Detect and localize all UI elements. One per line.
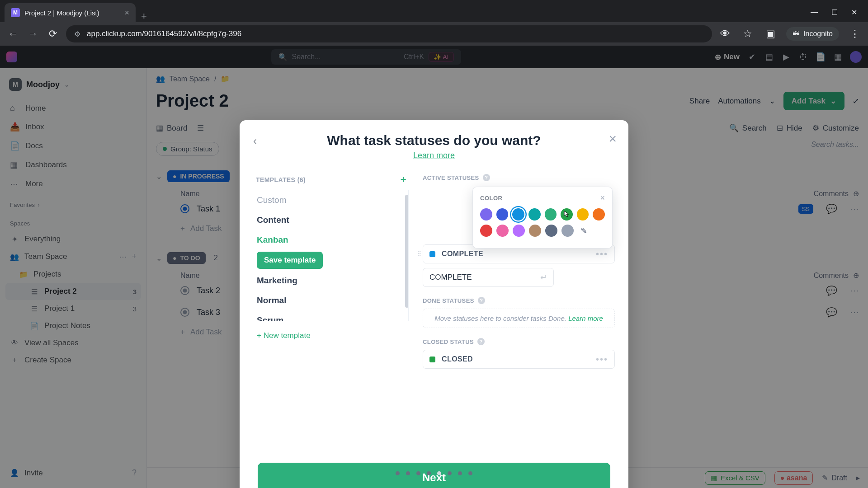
- new-tab-button[interactable]: +: [136, 10, 152, 22]
- template-item-scrum[interactable]: Scrum: [253, 310, 404, 321]
- done-drop-zone[interactable]: Move statuses here to consider tasks Don…: [423, 309, 615, 328]
- learn-more-link[interactable]: Learn more: [413, 151, 455, 160]
- eye-off-icon[interactable]: 👁: [718, 28, 732, 40]
- status-name: COMPLETE: [442, 250, 483, 258]
- pager-dot[interactable]: [406, 471, 410, 475]
- new-status-input-row: ↵: [423, 268, 554, 287]
- pager-dot[interactable]: [427, 471, 431, 475]
- pager-dot[interactable]: [437, 471, 441, 475]
- pager-dot[interactable]: [458, 471, 462, 475]
- status-more-icon[interactable]: •••: [596, 354, 608, 365]
- color-swatch[interactable]: [593, 208, 605, 221]
- reload-icon[interactable]: ⟳: [46, 28, 60, 40]
- drag-handle-icon[interactable]: ⠿: [417, 250, 420, 258]
- template-item-normal[interactable]: Normal: [253, 291, 404, 310]
- site-settings-icon[interactable]: ⚙: [74, 30, 80, 38]
- scrollbar-handle[interactable]: [405, 195, 409, 308]
- done-learn-more-link[interactable]: Learn more: [568, 314, 603, 322]
- next-button[interactable]: Next: [258, 463, 610, 488]
- color-swatch[interactable]: [480, 225, 492, 237]
- forward-icon[interactable]: →: [26, 28, 40, 40]
- pager-dot[interactable]: [448, 471, 452, 475]
- color-swatch[interactable]: [545, 225, 557, 237]
- color-swatch[interactable]: [529, 225, 541, 237]
- incognito-label: Incognito: [803, 30, 833, 38]
- color-swatch-row: ✎: [480, 225, 605, 237]
- app-window: 🔍 Search... Ctrl+K ✨ AI ⊕New ✔ ▤ ▶ ⏱ 📄 ▦…: [0, 46, 868, 488]
- templates-column: TEMPLATES (6) + Custom Content Kanban Sa…: [253, 174, 409, 458]
- back-button[interactable]: ‹: [253, 135, 257, 147]
- incognito-icon: 🕶: [793, 30, 800, 38]
- close-icon[interactable]: ×: [609, 131, 617, 146]
- color-label: COLOR: [480, 195, 502, 202]
- url-field[interactable]: ⚙ app.clickup.com/9016164592/v/l/8cpfg7g…: [66, 25, 712, 42]
- window-controls: — ☐ ✕: [811, 8, 863, 22]
- incognito-badge: 🕶 Incognito: [786, 27, 839, 41]
- status-item-closed[interactable]: CLOSED •••: [423, 350, 615, 369]
- save-template-button[interactable]: Save template: [257, 252, 323, 269]
- status-more-icon[interactable]: •••: [596, 249, 608, 259]
- back-icon[interactable]: ←: [6, 28, 20, 40]
- url-text: app.clickup.com/9016164592/v/l/8cpfg7g-3…: [87, 29, 241, 38]
- pager-dot[interactable]: [396, 471, 400, 475]
- maximize-icon[interactable]: ☐: [831, 8, 838, 17]
- color-swatch[interactable]: [496, 225, 509, 237]
- templates-list: Custom Content Kanban Save template Mark…: [253, 190, 409, 321]
- status-color-dot[interactable]: [429, 251, 435, 257]
- bookmark-icon[interactable]: ☆: [741, 28, 755, 40]
- color-swatch[interactable]: [577, 208, 589, 221]
- new-template-link[interactable]: + New template: [253, 321, 409, 350]
- color-picker-popover: COLOR × ✎: [472, 187, 613, 249]
- pager-dot[interactable]: [468, 471, 472, 475]
- new-status-input[interactable]: [429, 273, 535, 282]
- close-window-icon[interactable]: ✕: [851, 8, 857, 17]
- active-statuses-heading: ACTIVE STATUSES?: [423, 174, 615, 181]
- color-swatch[interactable]: [561, 208, 573, 221]
- close-color-picker-icon[interactable]: ×: [600, 193, 605, 203]
- status-wizard-modal: ‹ What task statuses do you want? Learn …: [240, 120, 628, 488]
- tab-favicon: M: [11, 8, 20, 17]
- help-icon[interactable]: ?: [477, 338, 485, 345]
- browser-tab-strip: M Project 2 | Moodjoy (List) × + — ☐ ✕: [0, 0, 868, 22]
- wizard-pager: [396, 471, 472, 475]
- kebab-icon[interactable]: ⋮: [848, 28, 862, 40]
- template-item-marketing[interactable]: Marketing: [253, 271, 404, 291]
- color-swatch[interactable]: [513, 225, 525, 237]
- tab-title: Project 2 | Moodjoy (List): [24, 9, 99, 17]
- color-swatch-row: [480, 208, 605, 221]
- done-hint: Move statuses here to consider tasks Don…: [434, 314, 568, 322]
- color-swatch[interactable]: [561, 225, 574, 237]
- template-item-custom[interactable]: Custom: [253, 190, 404, 210]
- color-swatch[interactable]: [480, 208, 492, 221]
- color-swatch[interactable]: [545, 208, 557, 221]
- template-item-content[interactable]: Content: [253, 210, 404, 230]
- status-name: CLOSED: [442, 355, 473, 363]
- help-icon[interactable]: ?: [478, 297, 485, 304]
- modal-title: What task statuses do you want?: [255, 133, 613, 148]
- eyedropper-icon[interactable]: ✎: [578, 225, 590, 237]
- address-bar: ← → ⟳ ⚙ app.clickup.com/9016164592/v/l/8…: [0, 22, 868, 46]
- status-color-dot[interactable]: [429, 357, 435, 362]
- enter-icon[interactable]: ↵: [540, 272, 547, 282]
- tab-close-icon[interactable]: ×: [124, 8, 129, 18]
- templates-heading: TEMPLATES (6): [256, 176, 306, 183]
- pager-dot[interactable]: [416, 471, 420, 475]
- browser-tab[interactable]: M Project 2 | Moodjoy (List) ×: [5, 3, 136, 22]
- color-swatch[interactable]: [528, 208, 541, 221]
- panel-icon[interactable]: ▣: [764, 28, 777, 40]
- add-template-icon[interactable]: +: [401, 174, 406, 186]
- color-swatch[interactable]: [496, 208, 509, 221]
- help-icon[interactable]: ?: [483, 174, 490, 181]
- closed-status-heading: CLOSED STATUS?: [423, 338, 615, 345]
- statuses-column: ACTIVE STATUSES? COLOR × ✎ ⠿ COMPLET: [423, 174, 615, 458]
- template-item-kanban[interactable]: Kanban: [253, 230, 404, 250]
- minimize-icon[interactable]: —: [811, 8, 818, 17]
- done-statuses-heading: DONE STATUSES?: [423, 297, 615, 304]
- color-swatch[interactable]: [512, 208, 524, 221]
